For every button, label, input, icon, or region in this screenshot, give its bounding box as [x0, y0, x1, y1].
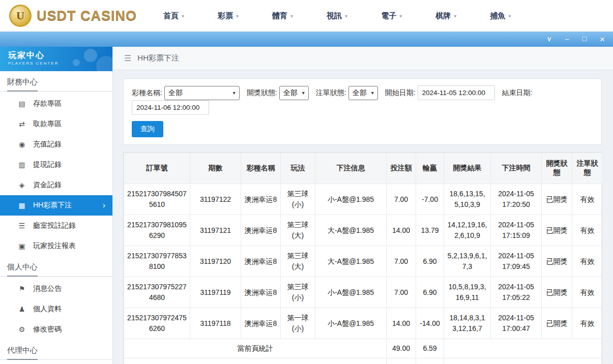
content: 彩種名稱: 全部 開獎狀態: 全部 注單狀態: 全部 開始日期: 結束日期: 查… [113, 70, 613, 364]
brand-logo[interactable]: U USDT CASINO [9, 5, 137, 27]
bubble-decoration [84, 49, 97, 62]
players-center-header: 玩家中心 PLAYERS CENTER [0, 47, 112, 71]
table-header-row: 訂單號 期數 彩種名稱 玩法 下注信息 投注額 輸贏 開獎結果 下注時間 開獎狀… [124, 153, 603, 184]
table-row: 2152173079810956290 31197121 澳洲幸运8 第三球(大… [124, 215, 603, 246]
lottery-name-label: 彩種名稱: [132, 88, 162, 98]
draw-status-select[interactable]: 全部 [279, 86, 309, 100]
cell-bet-status: 有效 [572, 215, 603, 246]
sidebar-item-hall-bet-records[interactable]: ☰ 廳室投註記錄 [0, 216, 112, 236]
page-total-bet: 49.00 [387, 339, 416, 358]
sidebar-item-label: 消息公告 [33, 284, 62, 293]
cell-bet-status: 有效 [572, 277, 603, 308]
col-issue: 期數 [190, 153, 241, 184]
chevron-right-icon: › [103, 201, 105, 210]
sidebar-item-label: 提現記錄 [33, 160, 62, 169]
funds-icon: ◈ [17, 181, 26, 189]
cell-draw-status: 已開獎 [542, 246, 572, 277]
start-date-label: 開始日期: [385, 88, 416, 98]
grand-total-bet: 214.00 [387, 358, 416, 364]
sidebar-item-label: 資金記錄 [33, 180, 62, 190]
cell-winloss: 6.90 [416, 277, 444, 308]
page-total-empty [444, 339, 603, 358]
cell-bet-info: 大-A盤@1.985 [315, 215, 387, 246]
cell-play-type: 第一球(小) [281, 308, 315, 339]
table-row: 2152173079845075610 31197122 澳洲幸运8 第三球(小… [124, 184, 603, 215]
cell-lottery-name: 澳洲幸运8 [241, 184, 281, 215]
cell-order-no: 2152173079778538100 [124, 246, 190, 277]
lottery-name-value: 全部 [168, 88, 183, 98]
hamburger-menu-icon[interactable]: ☰ [124, 53, 131, 63]
sidebar-item-label: 取款專區 [33, 119, 62, 129]
cell-bet-time: 2024-11-05 17:20:50 [491, 184, 542, 215]
grand-total-winloss: -15.46 [416, 358, 444, 364]
top-nav: 首頁 彩票 體育 視訊 電子 棋牌 [163, 11, 511, 21]
nav-item-home[interactable]: 首頁 [163, 11, 184, 21]
search-button[interactable]: 查詢 [132, 121, 163, 137]
cell-issue: 31197122 [190, 184, 241, 215]
sidebar-item-deposit-area[interactable]: ▤ 存款專區 [0, 94, 112, 114]
page-total-winloss: 6.59 [416, 339, 444, 358]
bets-table: 訂單號 期數 彩種名稱 玩法 下注信息 投注額 輸贏 開獎結果 下注時間 開獎狀… [124, 153, 603, 364]
sidebar-item-change-password[interactable]: ⚙ 修改密碼 [0, 319, 112, 340]
sidebar-item-withdraw-area[interactable]: ⇄ 取款專區 [0, 114, 112, 134]
maximize-icon[interactable]: □ [582, 35, 587, 44]
window-title-bar: ∨ – □ × [0, 32, 613, 47]
nav-item-fishing[interactable]: 捕魚 [490, 11, 511, 21]
collapse-icon[interactable]: ∨ [547, 35, 552, 44]
page-total-row: 當前頁統計 49.00 6.59 [124, 339, 603, 358]
chevron-down-icon [399, 13, 402, 19]
draw-status-label: 開獎狀態: [247, 88, 277, 98]
filter-panel: 彩種名稱: 全部 開獎狀態: 全部 注單狀態: 全部 開始日期: 結束日期: 查… [123, 78, 602, 145]
minimize-icon[interactable]: – [565, 35, 569, 44]
sidebar-item-profile[interactable]: ♟ 個人資料 [0, 299, 112, 319]
cell-issue: 31197121 [190, 215, 241, 246]
cell-issue: 31197119 [190, 277, 241, 308]
cell-draw-status: 已開獎 [542, 215, 572, 246]
cell-winloss: 13.79 [416, 215, 444, 246]
bets-table-panel: 訂單號 期數 彩種名稱 玩法 下注信息 投注額 輸贏 開獎結果 下注時間 開獎狀… [123, 152, 602, 364]
main-area: ☰ HH彩票下注 彩種名稱: 全部 開獎狀態: 全部 注單狀態: 全部 開始日期… [113, 47, 613, 364]
end-date-input[interactable] [132, 100, 209, 115]
grand-total-row: 總統計 214.00 -15.46 [124, 358, 603, 364]
sidebar-item-label: 玩家投注報表 [33, 241, 76, 251]
cell-play-type: 第三球(大) [281, 215, 315, 246]
sidebar-item-funds-records[interactable]: ◈ 資金記錄 [0, 175, 112, 195]
nav-item-live[interactable]: 視訊 [327, 11, 347, 21]
start-date-input[interactable] [418, 85, 495, 100]
sidebar-item-player-bet-report[interactable]: ▣ 玩家投注報表 [0, 236, 112, 256]
sidebar-item-label: 修改密碼 [33, 325, 62, 334]
cell-bet-amount: 7.00 [387, 277, 416, 308]
cell-order-no: 2152173079810956290 [124, 215, 190, 246]
nav-item-cards[interactable]: 棋牌 [435, 11, 456, 21]
close-icon[interactable]: × [600, 35, 605, 44]
sidebar-item-hh-lottery-bets[interactable]: ▦ HH彩票下注 › [0, 195, 112, 216]
breadcrumb: ☰ HH彩票下注 [113, 47, 613, 70]
cell-lottery-name: 澳洲幸运8 [241, 246, 281, 277]
nav-label: 電子 [381, 11, 396, 21]
cell-order-no: 2152173079752274680 [124, 277, 190, 308]
cell-bet-info: 小-A盤@1.985 [315, 277, 387, 308]
sidebar-item-recharge-records[interactable]: ◉ 充值記錄 [0, 134, 112, 155]
lottery-bets-icon: ▦ [17, 201, 26, 209]
top-header: U USDT CASINO 首頁 彩票 體育 視訊 電子 [0, 0, 613, 32]
sidebar-item-cashout-records[interactable]: ▥ 提現記錄 [0, 155, 112, 175]
sidebar-item-announcements[interactable]: ⚑ 消息公告 [0, 279, 112, 299]
cell-issue: 31197120 [190, 246, 241, 277]
col-bet-time: 下注時間 [491, 153, 542, 184]
sidebar-item-label: HH彩票下注 [33, 201, 72, 210]
gear-icon: ⚙ [17, 325, 26, 333]
cell-lottery-name: 澳洲幸运8 [241, 215, 281, 246]
nav-item-slots[interactable]: 電子 [381, 11, 402, 21]
nav-item-lottery[interactable]: 彩票 [218, 11, 239, 21]
end-date-label: 結束日期: [502, 88, 533, 98]
cell-play-type: 第三球(大) [281, 246, 315, 277]
withdraw-icon: ⇄ [17, 120, 26, 128]
nav-item-sports[interactable]: 體育 [272, 11, 293, 21]
col-lottery-name: 彩種名稱 [241, 153, 281, 184]
chevron-down-icon [508, 13, 511, 19]
bet-status-select[interactable]: 全部 [348, 86, 378, 100]
bell-icon: ⚑ [17, 285, 26, 293]
cell-bet-amount: 7.00 [387, 246, 416, 277]
lottery-name-select[interactable]: 全部 [164, 86, 240, 100]
chevron-down-icon [454, 13, 456, 19]
